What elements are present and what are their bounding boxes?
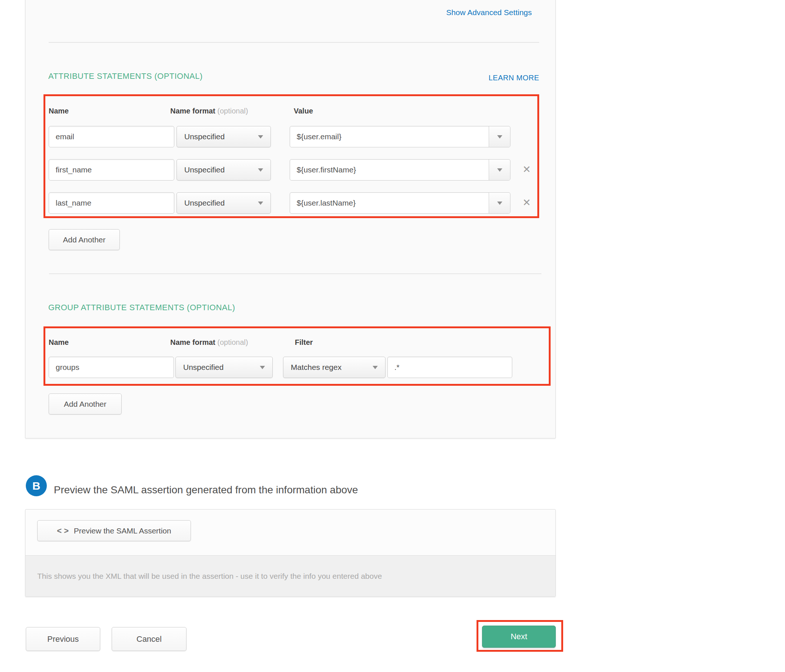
previous-button[interactable]: Previous <box>26 627 100 651</box>
group-filter-value-input[interactable] <box>387 356 512 378</box>
chevron-down-icon <box>258 202 263 205</box>
chevron-down-icon <box>260 366 265 369</box>
chevron-down-icon <box>497 135 502 139</box>
attribute-value-input[interactable] <box>290 127 489 147</box>
attribute-name-format-select[interactable]: Unspecified <box>177 159 271 181</box>
preview-saml-assertion-label: Preview the SAML Assertion <box>74 527 171 535</box>
cancel-button[interactable]: Cancel <box>112 627 186 651</box>
attribute-name-input[interactable] <box>48 159 174 181</box>
column-header-value: Value <box>294 107 313 115</box>
attribute-statements-heading: ATTRIBUTE STATEMENTS (OPTIONAL) <box>48 72 203 81</box>
attribute-value-combobox <box>290 159 510 181</box>
remove-attribute-button[interactable]: ✕ <box>521 197 533 208</box>
chevron-down-icon <box>372 366 378 369</box>
section-divider <box>48 42 539 43</box>
chevron-down-icon <box>497 168 502 172</box>
filter-type-selected-value: Matches regex <box>291 363 342 372</box>
remove-attribute-button[interactable]: ✕ <box>521 164 533 175</box>
column-header-optional-label: (optional) <box>217 107 248 115</box>
column-header-name-format: Name format (optional) <box>170 107 248 115</box>
section-divider <box>49 273 541 274</box>
attribute-value-input[interactable] <box>290 159 489 180</box>
column-header-filter: Filter <box>295 338 313 347</box>
code-brackets-icon: <> <box>57 526 71 536</box>
attribute-name-format-select[interactable]: Unspecified <box>177 126 271 147</box>
add-group-attribute-button[interactable]: Add Another <box>48 394 122 414</box>
attribute-value-combobox <box>290 126 510 147</box>
group-filter-type-select[interactable]: Matches regex <box>283 356 386 378</box>
attribute-value-dropdown-button[interactable] <box>489 127 510 147</box>
preview-help-text: This shows you the XML that will be used… <box>37 572 382 581</box>
attribute-value-input[interactable] <box>290 193 489 213</box>
column-header-name-format: Name format (optional) <box>170 338 248 347</box>
attribute-name-input[interactable] <box>48 192 174 214</box>
column-header-optional-label: (optional) <box>217 338 248 346</box>
name-format-selected-value: Unspecified <box>183 363 224 372</box>
preview-help-footer: This shows you the XML that will be used… <box>25 555 555 597</box>
column-header-name-format-label: Name format <box>170 338 215 346</box>
chevron-down-icon <box>497 202 502 205</box>
column-header-name: Name <box>48 107 69 115</box>
attribute-name-format-select[interactable]: Unspecified <box>177 192 271 214</box>
preview-saml-assertion-button[interactable]: <> Preview the SAML Assertion <box>37 520 191 541</box>
attribute-name-input[interactable] <box>48 126 174 147</box>
name-format-selected-value: Unspecified <box>184 166 225 174</box>
attribute-value-dropdown-button[interactable] <box>489 193 510 213</box>
name-format-selected-value: Unspecified <box>184 132 225 141</box>
column-header-name: Name <box>48 338 69 347</box>
group-attribute-statements-heading: GROUP ATTRIBUTE STATEMENTS (OPTIONAL) <box>48 303 235 313</box>
next-button[interactable]: Next <box>482 625 556 648</box>
name-format-selected-value: Unspecified <box>184 198 225 208</box>
attribute-value-combobox <box>290 192 510 214</box>
step-b-badge: B <box>26 475 47 496</box>
show-advanced-settings-link[interactable]: Show Advanced Settings <box>446 8 532 17</box>
add-attribute-button[interactable]: Add Another <box>48 229 120 250</box>
chevron-down-icon <box>258 168 263 172</box>
attribute-value-dropdown-button[interactable] <box>489 159 510 180</box>
step-b-label: Preview the SAML assertion generated fro… <box>54 484 358 496</box>
saml-settings-page: Show Advanced Settings ATTRIBUTE STATEME… <box>0 0 785 672</box>
group-attribute-name-input[interactable] <box>48 356 174 378</box>
learn-more-link[interactable]: LEARN MORE <box>489 74 539 82</box>
group-name-format-select[interactable]: Unspecified <box>175 356 273 378</box>
chevron-down-icon <box>258 135 263 139</box>
column-header-name-format-label: Name format <box>170 107 215 115</box>
